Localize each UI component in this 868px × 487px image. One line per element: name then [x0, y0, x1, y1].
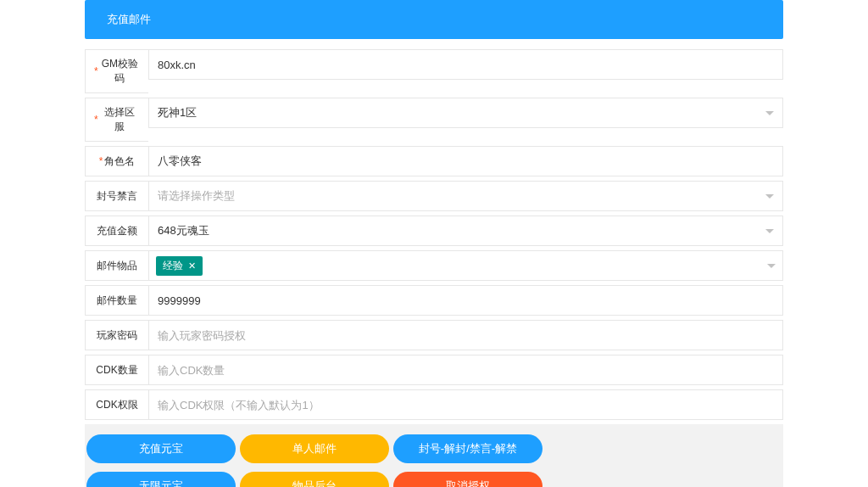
chevron-down-icon	[765, 111, 774, 115]
header-title: 充值邮件	[107, 13, 151, 25]
ban-select[interactable]: 请选择操作类型	[148, 181, 783, 211]
label-role-name: * 角色名	[85, 146, 148, 176]
button-row-1: 充值元宝 单人邮件 封号-解封/禁言-解禁	[86, 434, 782, 463]
row-cdk-limit: CDK权限	[85, 389, 783, 420]
chevron-down-icon	[765, 194, 774, 199]
row-gm-code: * GM校验码	[85, 49, 783, 93]
amount-select[interactable]: 648元魂玉	[148, 216, 783, 246]
row-cdk-count: CDK数量	[85, 355, 783, 385]
chevron-down-icon	[765, 229, 774, 233]
gm-code-input[interactable]	[148, 49, 783, 80]
mail-item-select[interactable]: 经验 ✕	[148, 250, 783, 281]
cdk-limit-input[interactable]	[148, 389, 783, 420]
single-mail-button[interactable]: 单人邮件	[240, 434, 389, 463]
recharge-yuanbao-button[interactable]: 充值元宝	[86, 434, 236, 463]
role-name-input[interactable]	[148, 146, 783, 176]
required-mark: *	[94, 114, 98, 126]
row-player-pwd: 玩家密码	[85, 320, 783, 350]
server-select[interactable]: 死神1区	[148, 98, 783, 128]
required-mark: *	[94, 65, 98, 77]
ban-placeholder: 请选择操作类型	[158, 188, 235, 204]
label-player-pwd: 玩家密码	[85, 320, 148, 350]
player-pwd-input[interactable]	[148, 320, 783, 350]
row-mail-item: 邮件物品 经验 ✕	[85, 250, 783, 281]
label-mail-item: 邮件物品	[85, 250, 148, 281]
chevron-down-icon	[767, 264, 776, 268]
cdk-count-input[interactable]	[148, 355, 783, 385]
unlimited-yuanbao-button[interactable]: 无限元宝	[86, 472, 236, 487]
row-mail-count: 邮件数量	[85, 285, 783, 316]
server-value: 死神1区	[158, 105, 197, 120]
close-icon[interactable]: ✕	[188, 260, 196, 271]
label-cdk-count: CDK数量	[85, 355, 148, 385]
mail-count-input[interactable]	[148, 285, 783, 316]
label-mail-count: 邮件数量	[85, 285, 148, 316]
label-amount: 充值金额	[85, 216, 148, 246]
tag-label: 经验	[163, 259, 183, 273]
item-backend-button[interactable]: 物品后台	[240, 472, 389, 487]
row-ban: 封号禁言 请选择操作类型	[85, 181, 783, 211]
amount-value: 648元魂玉	[158, 223, 209, 238]
row-server: * 选择区服 死神1区	[85, 98, 783, 142]
row-amount: 充值金额 648元魂玉	[85, 216, 783, 246]
label-cdk-limit: CDK权限	[85, 389, 148, 420]
form-wrapper: * GM校验码 * 选择区服 死神1区 * 角色名 封号禁言	[85, 49, 783, 420]
cancel-auth-button[interactable]: 取消授权	[393, 472, 542, 487]
required-mark: *	[99, 155, 103, 167]
row-role-name: * 角色名	[85, 146, 783, 176]
label-server: * 选择区服	[85, 98, 148, 142]
button-panel: 充值元宝 单人邮件 封号-解封/禁言-解禁 无限元宝 物品后台 取消授权 CDK…	[85, 424, 783, 487]
label-gm-code: * GM校验码	[85, 49, 148, 93]
ban-unban-button[interactable]: 封号-解封/禁言-解禁	[393, 434, 542, 463]
label-ban: 封号禁言	[85, 181, 148, 211]
item-tag: 经验 ✕	[156, 256, 203, 276]
header-bar: 充值邮件	[85, 0, 783, 39]
button-row-2: 无限元宝 物品后台 取消授权	[86, 472, 782, 487]
